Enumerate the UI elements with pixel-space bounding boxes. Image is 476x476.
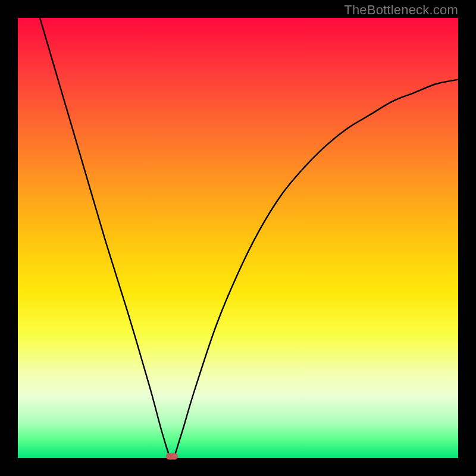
plot-area: [18, 18, 458, 458]
bottleneck-curve: [18, 18, 458, 458]
watermark-text: TheBottleneck.com: [344, 2, 458, 18]
optimal-point-marker: [166, 453, 178, 460]
chart-frame: TheBottleneck.com: [0, 0, 476, 476]
